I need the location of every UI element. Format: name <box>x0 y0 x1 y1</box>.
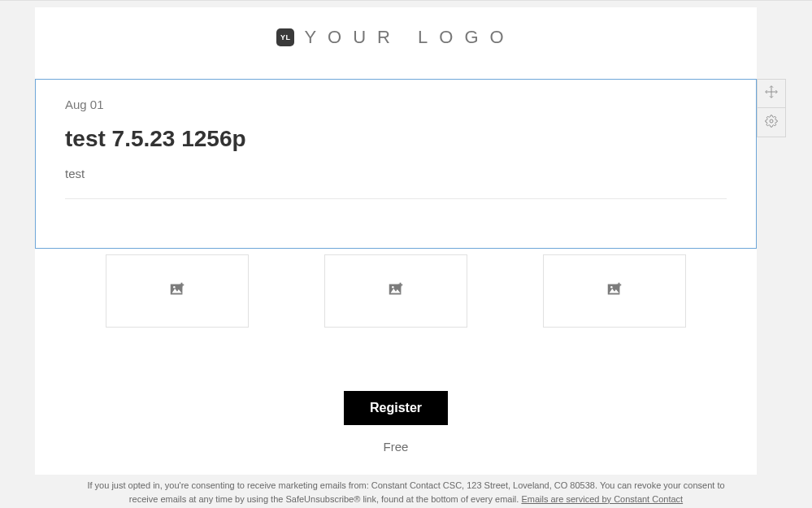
move-block-button[interactable] <box>757 79 786 108</box>
event-date: Aug 01 <box>65 98 727 111</box>
image-placeholder-1[interactable] <box>106 254 249 328</box>
footer-disclaimer: If you just opted in, you're consenting … <box>0 479 812 506</box>
event-description: test <box>65 167 727 198</box>
logo-text: YOUR LOGO <box>304 27 515 48</box>
image-placeholder-row <box>35 254 757 328</box>
price-text: Free <box>384 440 409 454</box>
block-settings-button[interactable] <box>757 108 786 137</box>
add-image-icon <box>387 280 405 302</box>
register-button[interactable]: Register <box>344 391 448 425</box>
gear-icon <box>765 115 778 131</box>
footer-line-2: receive emails at any time by using the … <box>129 494 522 504</box>
add-image-icon <box>606 280 623 302</box>
add-image-icon <box>168 280 186 302</box>
svg-rect-11 <box>617 284 622 286</box>
svg-rect-7 <box>398 284 403 286</box>
move-icon <box>765 85 778 102</box>
image-placeholder-2[interactable] <box>324 254 467 328</box>
event-block-selected[interactable]: Aug 01 test 7.5.23 1256p test <box>35 79 757 249</box>
image-placeholder-3[interactable] <box>543 254 686 328</box>
logo-block: YL YOUR LOGO <box>35 7 757 64</box>
svg-rect-3 <box>179 284 184 286</box>
svg-point-1 <box>173 286 176 289</box>
page-root: YL YOUR LOGO Aug 01 test 7.5.23 1256p te… <box>0 0 812 508</box>
register-block: Register Free <box>35 391 757 454</box>
footer-link[interactable]: Emails are serviced by Constant Contact <box>521 494 683 504</box>
svg-point-9 <box>610 286 613 289</box>
svg-point-14 <box>770 119 773 123</box>
event-title: test 7.5.23 1256p <box>65 126 727 152</box>
email-card: YL YOUR LOGO Aug 01 test 7.5.23 1256p te… <box>35 7 757 475</box>
divider <box>65 198 727 199</box>
footer-line-1: If you just opted in, you're consenting … <box>87 480 724 490</box>
svg-point-5 <box>392 286 394 289</box>
block-toolbar <box>757 79 786 137</box>
logo-badge: YL <box>276 28 294 46</box>
